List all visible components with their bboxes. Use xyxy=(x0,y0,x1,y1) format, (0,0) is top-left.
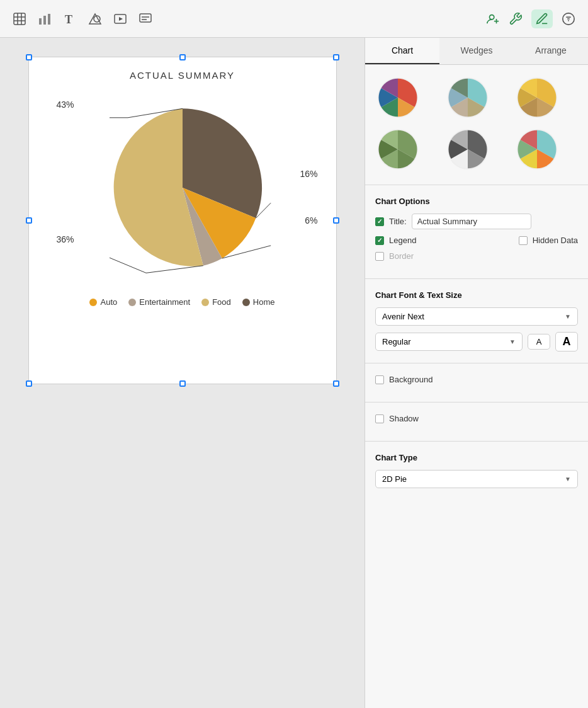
legend-auto: Auto xyxy=(89,297,117,307)
svg-point-15 xyxy=(490,14,494,19)
chart-type-title: Chart Type xyxy=(375,453,578,462)
legend-food: Food xyxy=(201,297,231,307)
pct-label-43: 43% xyxy=(57,100,74,110)
tab-arrange[interactable]: Arrange xyxy=(514,38,588,64)
tab-wedges[interactable]: Wedges xyxy=(439,38,514,64)
title-option-row: Title: xyxy=(375,214,578,229)
font-size-small-label: A xyxy=(536,337,542,346)
legend-home: Home xyxy=(242,297,275,307)
legend-row: Legend Hidden Data xyxy=(375,236,578,245)
border-checkbox[interactable] xyxy=(375,252,384,261)
chart-legend: Auto Entertainment Food Home xyxy=(89,297,274,307)
handle-bot-center[interactable] xyxy=(179,380,186,387)
hidden-data-checkbox[interactable] xyxy=(519,236,528,245)
legend-label-food: Food xyxy=(212,297,231,307)
legend-checkbox[interactable] xyxy=(375,236,384,245)
text-tool[interactable]: T xyxy=(63,12,77,26)
border-label: Border xyxy=(389,251,414,261)
legend-label: Legend xyxy=(389,236,416,245)
toolbar-right xyxy=(486,9,575,28)
font-name-row: Avenir Next ▼ xyxy=(375,307,578,326)
pct-label-16: 16% xyxy=(300,169,317,179)
divider-5 xyxy=(365,441,588,442)
legend-entertainment: Entertainment xyxy=(128,297,190,307)
font-name-value: Avenir Next xyxy=(382,312,424,321)
chart-options-section: Chart Options Title: Legend Hidden Data … xyxy=(365,188,588,276)
svg-line-23 xyxy=(110,258,146,273)
style-swatch-4[interactable] xyxy=(375,127,421,172)
wrench-tool[interactable] xyxy=(509,12,523,26)
title-input[interactable] xyxy=(412,214,531,229)
chart-title: ACTUAL SUMMARY xyxy=(42,70,324,81)
style-swatch-2[interactable] xyxy=(445,75,490,120)
handle-mid-left[interactable] xyxy=(26,217,32,224)
svg-rect-0 xyxy=(14,13,25,25)
font-size-large-btn[interactable]: A xyxy=(555,332,578,351)
chart-container[interactable]: ACTUAL SUMMARY 43% 16% 6% 36% xyxy=(28,57,337,384)
shadow-section: Shadow xyxy=(365,405,588,438)
border-row: Border xyxy=(375,251,578,261)
table-tool[interactable] xyxy=(13,12,26,26)
shadow-label: Shadow xyxy=(389,414,419,423)
font-size-large-label: A xyxy=(563,335,571,348)
font-style-dropdown[interactable]: Regular ▼ xyxy=(375,333,523,351)
pie-area: 43% 16% 6% 36% xyxy=(42,87,324,307)
font-style-row: Regular ▼ A A xyxy=(375,332,578,351)
svg-rect-5 xyxy=(39,18,42,25)
font-size-small-btn[interactable]: A xyxy=(528,334,550,350)
handle-top-center[interactable] xyxy=(179,54,186,60)
chart-type-value: 2D Pie xyxy=(382,474,407,484)
background-row: Background xyxy=(375,375,578,384)
main-area: ACTUAL SUMMARY 43% 16% 6% 36% xyxy=(0,38,588,708)
toolbar-left: T xyxy=(13,12,152,26)
format-panel-tool[interactable] xyxy=(531,9,553,28)
title-checkbox[interactable] xyxy=(375,217,384,226)
handle-top-left[interactable] xyxy=(26,54,32,60)
font-style-value: Regular xyxy=(382,337,411,346)
font-style-chevron: ▼ xyxy=(509,338,516,345)
add-contact-tool[interactable] xyxy=(486,12,500,26)
media-tool[interactable] xyxy=(113,12,127,26)
background-checkbox[interactable] xyxy=(375,375,384,384)
canvas-area: ACTUAL SUMMARY 43% 16% 6% 36% xyxy=(0,38,365,708)
style-swatch-6[interactable] xyxy=(514,127,560,172)
handle-bot-left[interactable] xyxy=(26,380,32,387)
pct-label-36: 36% xyxy=(57,234,74,244)
divider-1 xyxy=(365,185,588,185)
font-name-chevron: ▼ xyxy=(565,313,571,320)
legend-label-home: Home xyxy=(253,297,275,307)
chart-tool[interactable] xyxy=(38,12,52,26)
legend-dot-auto xyxy=(89,299,97,306)
chart-type-dropdown[interactable]: 2D Pie ▼ xyxy=(375,470,578,488)
hidden-data-label: Hidden Data xyxy=(533,236,578,245)
pie-chart-svg xyxy=(91,96,274,279)
legend-dot-entertainment xyxy=(128,299,136,306)
svg-rect-6 xyxy=(43,16,46,25)
background-label: Background xyxy=(389,375,433,384)
chart-type-chevron: ▼ xyxy=(565,476,571,482)
handle-top-right[interactable] xyxy=(333,54,339,60)
panel-tabs: Chart Wedges Arrange xyxy=(365,38,588,65)
style-swatch-3[interactable] xyxy=(514,75,560,120)
handle-mid-right[interactable] xyxy=(333,217,339,224)
chart-options-title: Chart Options xyxy=(375,197,578,206)
style-swatch-1[interactable] xyxy=(375,75,421,120)
handle-bot-right[interactable] xyxy=(333,380,339,387)
legend-dot-food xyxy=(201,299,209,306)
toolbar: T xyxy=(0,0,588,38)
shape-tool[interactable] xyxy=(88,12,102,26)
style-grid xyxy=(365,65,588,182)
divider-2 xyxy=(365,278,588,279)
svg-rect-7 xyxy=(48,14,50,25)
font-name-dropdown[interactable]: Avenir Next ▼ xyxy=(375,307,578,326)
comment-tool[interactable] xyxy=(139,12,152,26)
style-swatch-5[interactable] xyxy=(445,127,490,172)
legend-label-auto: Auto xyxy=(100,297,117,307)
title-label: Title: xyxy=(389,217,407,226)
shadow-checkbox[interactable] xyxy=(375,414,384,423)
filter-tool[interactable] xyxy=(562,12,575,26)
tab-chart[interactable]: Chart xyxy=(365,38,439,64)
legend-dot-home xyxy=(242,299,250,306)
legend-label-entertainment: Entertainment xyxy=(139,297,190,307)
font-section-title: Chart Font & Text Size xyxy=(375,290,578,300)
